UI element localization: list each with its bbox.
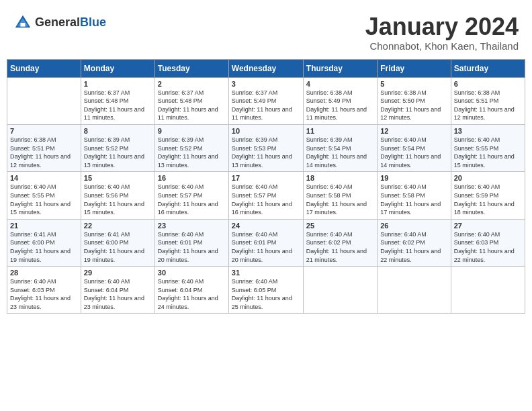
daylight-label: Daylight: 11 hours and 15 minutes. [84, 201, 144, 216]
logo-blue: Blue [80, 16, 106, 30]
table-row: 23 Sunrise: 6:40 AM Sunset: 6:01 PM Dayl… [154, 219, 228, 266]
sunrise-label: Sunrise: 6:40 AM [232, 183, 278, 190]
daylight-label: Daylight: 11 hours and 12 minutes. [380, 106, 441, 122]
table-row: 24 Sunrise: 6:40 AM Sunset: 6:01 PM Dayl… [228, 219, 303, 266]
sunset-label: Sunset: 6:03 PM [454, 239, 499, 246]
day-number: 26 [380, 222, 447, 230]
table-row [378, 267, 451, 314]
col-tuesday: Tuesday [154, 59, 228, 77]
sunset-label: Sunset: 6:03 PM [10, 287, 55, 293]
col-monday: Monday [81, 59, 154, 77]
table-row: 2 Sunrise: 6:37 AM Sunset: 5:48 PM Dayli… [154, 77, 228, 124]
table-row: 16 Sunrise: 6:40 AM Sunset: 5:57 PM Dayl… [154, 172, 228, 219]
table-row: 28 Sunrise: 6:40 AM Sunset: 6:03 PM Dayl… [7, 267, 81, 314]
table-row: 21 Sunrise: 6:41 AM Sunset: 6:00 PM Dayl… [7, 219, 81, 266]
table-row: 5 Sunrise: 6:38 AM Sunset: 5:50 PM Dayli… [378, 77, 451, 124]
day-info: Sunrise: 6:40 AM Sunset: 6:02 PM Dayligh… [306, 230, 374, 264]
day-number: 30 [158, 269, 226, 277]
daylight-label: Daylight: 11 hours and 19 minutes. [10, 248, 71, 263]
sunrise-label: Sunrise: 6:40 AM [306, 183, 353, 190]
title-block: January 2024 Chonnabot, Khon Kaen, Thail… [365, 13, 519, 52]
sunset-label: Sunset: 6:05 PM [232, 287, 277, 293]
day-info: Sunrise: 6:40 AM Sunset: 5:55 PM Dayligh… [454, 136, 522, 169]
daylight-label: Daylight: 11 hours and 22 minutes. [380, 248, 441, 263]
day-info: Sunrise: 6:40 AM Sunset: 5:54 PM Dayligh… [380, 136, 447, 169]
table-row: 1 Sunrise: 6:37 AM Sunset: 5:48 PM Dayli… [81, 77, 154, 124]
daylight-label: Daylight: 11 hours and 11 minutes. [306, 106, 367, 122]
logo-general: General [35, 16, 80, 30]
col-thursday: Thursday [303, 59, 377, 77]
sunset-label: Sunset: 6:04 PM [158, 287, 203, 293]
table-row [303, 267, 377, 314]
table-row: 13 Sunrise: 6:40 AM Sunset: 5:55 PM Dayl… [451, 124, 525, 171]
day-info: Sunrise: 6:40 AM Sunset: 5:59 PM Dayligh… [454, 183, 522, 216]
day-number: 19 [380, 174, 447, 182]
daylight-label: Daylight: 11 hours and 16 minutes. [158, 201, 218, 216]
table-row: 27 Sunrise: 6:40 AM Sunset: 6:03 PM Dayl… [451, 219, 525, 266]
day-info: Sunrise: 6:40 AM Sunset: 6:03 PM Dayligh… [10, 277, 78, 311]
daylight-label: Daylight: 11 hours and 14 minutes. [306, 153, 367, 169]
table-row: 20 Sunrise: 6:40 AM Sunset: 5:59 PM Dayl… [451, 172, 525, 219]
daylight-label: Daylight: 11 hours and 15 minutes. [10, 201, 71, 216]
daylight-label: Daylight: 11 hours and 19 minutes. [84, 248, 144, 263]
daylight-label: Daylight: 11 hours and 20 minutes. [232, 248, 292, 263]
day-info: Sunrise: 6:38 AM Sunset: 5:49 PM Dayligh… [306, 89, 374, 122]
day-number: 17 [232, 174, 300, 182]
sunset-label: Sunset: 5:51 PM [454, 97, 499, 104]
sunrise-label: Sunrise: 6:40 AM [158, 183, 204, 190]
logo: General Blue [13, 13, 106, 32]
daylight-label: Daylight: 11 hours and 20 minutes. [158, 248, 218, 263]
sunset-label: Sunset: 5:49 PM [232, 97, 277, 104]
table-row: 4 Sunrise: 6:38 AM Sunset: 5:49 PM Dayli… [303, 77, 377, 124]
day-info: Sunrise: 6:40 AM Sunset: 5:55 PM Dayligh… [10, 183, 78, 216]
sunrise-label: Sunrise: 6:40 AM [232, 231, 278, 238]
daylight-label: Daylight: 11 hours and 11 minutes. [232, 106, 292, 122]
table-row [451, 267, 525, 314]
sunset-label: Sunset: 5:55 PM [10, 192, 55, 199]
table-row: 25 Sunrise: 6:40 AM Sunset: 6:02 PM Dayl… [303, 219, 377, 266]
table-row: 3 Sunrise: 6:37 AM Sunset: 5:49 PM Dayli… [228, 77, 303, 124]
day-number: 2 [158, 80, 226, 88]
daylight-label: Daylight: 11 hours and 23 minutes. [10, 295, 71, 310]
sunrise-label: Sunrise: 6:39 AM [232, 136, 278, 143]
sunset-label: Sunset: 5:54 PM [380, 145, 425, 152]
table-row: 12 Sunrise: 6:40 AM Sunset: 5:54 PM Dayl… [378, 124, 451, 171]
day-info: Sunrise: 6:40 AM Sunset: 6:02 PM Dayligh… [380, 230, 447, 264]
daylight-label: Daylight: 11 hours and 16 minutes. [232, 201, 292, 216]
sunset-label: Sunset: 5:56 PM [84, 192, 129, 199]
sunrise-label: Sunrise: 6:40 AM [10, 183, 56, 190]
daylight-label: Daylight: 11 hours and 12 minutes. [454, 106, 515, 122]
sunset-label: Sunset: 5:58 PM [306, 192, 351, 199]
sunrise-label: Sunrise: 6:38 AM [306, 89, 353, 96]
sunrise-label: Sunrise: 6:40 AM [306, 231, 353, 238]
day-number: 8 [84, 127, 152, 135]
day-number: 20 [454, 174, 522, 182]
table-row: 22 Sunrise: 6:41 AM Sunset: 6:00 PM Dayl… [81, 219, 154, 266]
day-info: Sunrise: 6:41 AM Sunset: 6:00 PM Dayligh… [84, 230, 152, 264]
day-info: Sunrise: 6:41 AM Sunset: 6:00 PM Dayligh… [10, 230, 78, 264]
logo-icon [13, 13, 32, 32]
daylight-label: Daylight: 11 hours and 25 minutes. [232, 295, 292, 310]
table-row: 15 Sunrise: 6:40 AM Sunset: 5:56 PM Dayl… [81, 172, 154, 219]
day-number: 31 [232, 269, 300, 277]
day-info: Sunrise: 6:40 AM Sunset: 6:01 PM Dayligh… [158, 230, 226, 264]
day-number: 27 [454, 222, 522, 230]
sunrise-label: Sunrise: 6:38 AM [10, 136, 56, 143]
day-number: 10 [232, 127, 300, 135]
sunset-label: Sunset: 6:04 PM [84, 287, 129, 293]
table-row: 17 Sunrise: 6:40 AM Sunset: 5:57 PM Dayl… [228, 172, 303, 219]
month-title: January 2024 [365, 13, 519, 40]
table-row: 10 Sunrise: 6:39 AM Sunset: 5:53 PM Dayl… [228, 124, 303, 171]
sunrise-label: Sunrise: 6:37 AM [158, 89, 204, 96]
day-number: 22 [84, 222, 152, 230]
daylight-label: Daylight: 11 hours and 11 minutes. [158, 106, 218, 122]
sunrise-label: Sunrise: 6:40 AM [232, 278, 278, 285]
day-info: Sunrise: 6:37 AM Sunset: 5:48 PM Dayligh… [84, 89, 152, 122]
sunrise-label: Sunrise: 6:40 AM [158, 278, 204, 285]
day-number: 9 [158, 127, 226, 135]
sunset-label: Sunset: 5:50 PM [380, 97, 425, 104]
table-row [7, 77, 81, 124]
day-info: Sunrise: 6:40 AM Sunset: 5:58 PM Dayligh… [380, 183, 447, 216]
table-row: 19 Sunrise: 6:40 AM Sunset: 5:58 PM Dayl… [378, 172, 451, 219]
day-number: 3 [232, 80, 300, 88]
